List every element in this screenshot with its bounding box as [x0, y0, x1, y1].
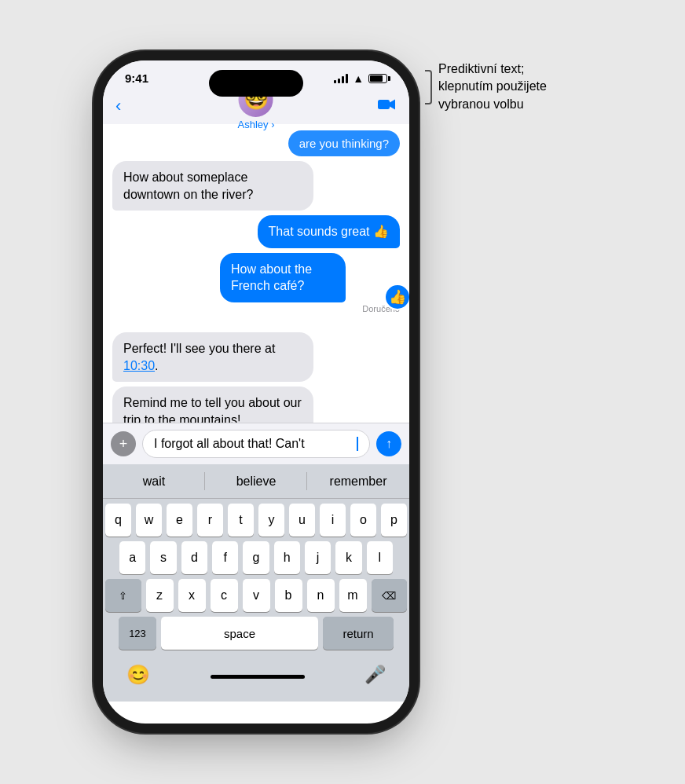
message-row: How about someplace downtown on the rive…: [112, 161, 400, 211]
space-key[interactable]: space: [161, 617, 318, 650]
key-k[interactable]: k: [335, 541, 361, 574]
key-x[interactable]: x: [178, 579, 206, 612]
message-bubble-received: How about someplace downtown on the rive…: [112, 161, 313, 211]
contact-name[interactable]: Ashley ›: [238, 119, 275, 130]
annotation-bracket: [425, 70, 432, 104]
annotation-text: Prediktivní text; klepnutím použijete vy…: [438, 60, 582, 113]
return-key[interactable]: return: [323, 617, 394, 650]
key-t[interactable]: t: [228, 504, 254, 537]
bottom-bar: 😊 🎤: [103, 658, 409, 702]
key-s[interactable]: s: [150, 541, 176, 574]
message-row: Perfect! I'll see you there at 10:30.: [112, 332, 400, 382]
key-i[interactable]: i: [320, 504, 346, 537]
key-b[interactable]: b: [275, 579, 302, 612]
predictive-word-3[interactable]: remember: [307, 467, 409, 496]
video-icon: [378, 97, 397, 112]
video-call-button[interactable]: [378, 97, 397, 115]
input-area: + I forgot all about that! Can't ↑: [103, 423, 409, 464]
tapback-reaction: 👍: [384, 284, 409, 310]
battery-icon: [368, 74, 387, 83]
keyboard-row-4: 123 space return: [105, 617, 407, 650]
message-input-field[interactable]: I forgot all about that! Can't: [142, 430, 370, 458]
phone-frame: 9:41 ▲ ‹ 🤓: [103, 60, 409, 724]
keyboard: q w e r t y u i o p a s d f g h j k: [103, 499, 409, 658]
key-a[interactable]: a: [119, 541, 145, 574]
message-row: How about the French café? 👍 Doručeno: [112, 253, 400, 313]
key-r[interactable]: r: [197, 504, 223, 537]
key-u[interactable]: u: [289, 504, 315, 537]
predictive-word-1[interactable]: wait: [103, 467, 205, 496]
key-y[interactable]: y: [258, 504, 284, 537]
key-h[interactable]: h: [274, 541, 300, 574]
mic-button[interactable]: 🎤: [364, 665, 386, 685]
status-time: 9:41: [125, 71, 148, 85]
signal-bars-icon: [334, 74, 348, 83]
key-q[interactable]: q: [105, 504, 131, 537]
message-bubble-received: Perfect! I'll see you there at 10:30.: [112, 332, 313, 382]
key-d[interactable]: d: [181, 541, 207, 574]
key-v[interactable]: v: [243, 579, 270, 612]
back-chevron-icon: ‹: [115, 96, 121, 116]
status-icons: ▲: [334, 72, 387, 85]
input-text[interactable]: I forgot all about that! Can't: [154, 437, 353, 451]
time-link[interactable]: 10:30: [123, 359, 155, 372]
delete-key[interactable]: ⌫: [372, 579, 408, 612]
dynamic-island: [209, 70, 303, 97]
back-button[interactable]: ‹: [115, 96, 121, 116]
battery-fill: [370, 75, 383, 82]
message-bubble-sent-partial: are you thinking?: [288, 130, 400, 156]
key-e[interactable]: e: [167, 504, 192, 537]
plus-icon: +: [119, 436, 128, 452]
numbers-key[interactable]: 123: [119, 617, 156, 650]
predictive-word-2[interactable]: believe: [205, 467, 307, 496]
keyboard-row-2: a s d f g h j k l: [105, 541, 407, 574]
text-cursor: [357, 437, 358, 451]
key-j[interactable]: j: [305, 541, 331, 574]
key-f[interactable]: f: [212, 541, 238, 574]
key-w[interactable]: w: [136, 504, 162, 537]
keyboard-row-3: ⇧ z x c v b n m ⌫: [105, 579, 407, 612]
annotation: Prediktivní text; klepnutím použijete vy…: [425, 60, 582, 113]
keyboard-row-1: q w e r t y u i o p: [105, 504, 407, 537]
key-n[interactable]: n: [307, 579, 335, 612]
svg-rect-0: [378, 100, 390, 109]
key-z[interactable]: z: [146, 579, 174, 612]
home-indicator: [211, 675, 305, 679]
message-bubble-sent: How about the French café?: [220, 253, 346, 302]
message-row: are you thinking?: [112, 130, 400, 156]
send-button[interactable]: ↑: [376, 431, 401, 456]
key-l[interactable]: l: [367, 541, 393, 574]
message-bubble-sent: That sounds great 👍: [258, 215, 400, 248]
send-icon: ↑: [386, 437, 392, 451]
message-row: That sounds great 👍: [112, 215, 400, 248]
emoji-button[interactable]: 😊: [126, 664, 150, 686]
add-attachment-button[interactable]: +: [111, 431, 136, 456]
message-bubble-received: Remind me to tell you about our trip to …: [112, 387, 313, 423]
messages-area: are you thinking? How about someplace do…: [103, 124, 409, 423]
wifi-icon: ▲: [353, 72, 364, 85]
key-g[interactable]: g: [243, 541, 269, 574]
predictive-text-bar: wait believe remember: [103, 464, 409, 499]
shift-key[interactable]: ⇧: [105, 579, 141, 612]
message-row: Remind me to tell you about our trip to …: [112, 387, 400, 423]
key-p[interactable]: p: [381, 504, 407, 537]
key-m[interactable]: m: [339, 579, 367, 612]
key-c[interactable]: c: [211, 579, 238, 612]
key-o[interactable]: o: [350, 504, 376, 537]
